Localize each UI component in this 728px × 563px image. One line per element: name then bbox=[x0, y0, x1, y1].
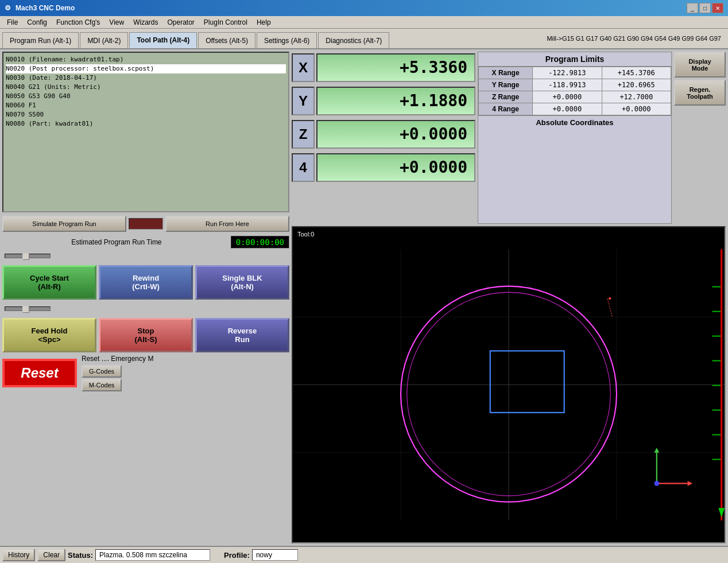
code-editor[interactable]: N0010 (Filename: kwadrat01.tap) N0020 (P… bbox=[2, 52, 289, 212]
svg-rect-8 bbox=[490, 351, 564, 412]
app-icon: ⚙ bbox=[5, 4, 11, 12]
display-mode-button[interactable]: Display Mode bbox=[674, 52, 726, 77]
coord-row-z: Z +0.0000 bbox=[292, 118, 475, 150]
profile-label: Profile: bbox=[224, 551, 250, 560]
menu-function-cfg[interactable]: Function Cfg's bbox=[52, 17, 104, 28]
minimize-button[interactable]: _ bbox=[687, 3, 698, 13]
code-line-3: N0030 (Date: 2018-04-17) bbox=[6, 73, 286, 83]
feed-hold-button[interactable]: Feed Hold <Spc> bbox=[2, 318, 96, 352]
coord-row-a: 4 +0.0000 bbox=[292, 152, 475, 183]
simulate-button[interactable]: Simulate Program Run bbox=[2, 216, 126, 232]
history-button[interactable]: History bbox=[2, 549, 35, 561]
z-range-min: +0.0000 bbox=[533, 91, 602, 103]
stop-button[interactable]: Stop (Alt-S) bbox=[99, 318, 193, 352]
speed-slider-thumb[interactable] bbox=[22, 306, 29, 313]
maximize-button[interactable]: □ bbox=[699, 3, 711, 13]
svg-marker-10 bbox=[688, 481, 693, 486]
limits-row-y: Y Range -118.9913 +120.6965 bbox=[479, 79, 671, 91]
code-buttons: G-Codes M-Codes bbox=[82, 365, 289, 391]
z-range-max: +12.7000 bbox=[602, 91, 671, 103]
tab-settings[interactable]: Settings (Alt-6) bbox=[257, 32, 317, 48]
svg-point-15 bbox=[609, 297, 611, 300]
limits-table: X Range -122.9813 +145.3706 Y Range -118… bbox=[478, 67, 671, 115]
reset-row: Reset Reset .... Emergency M G-Codes M-C… bbox=[2, 357, 289, 389]
rewind-button[interactable]: Rewind (Crtl-W) bbox=[99, 265, 193, 300]
feed-slider-thumb[interactable] bbox=[22, 253, 29, 260]
menu-help[interactable]: Help bbox=[252, 17, 276, 28]
side-buttons: Display Mode Regen. Toolpath bbox=[674, 52, 726, 224]
reverse-run-button[interactable]: Reverse Run bbox=[195, 318, 289, 352]
x-range-max: +145.3706 bbox=[602, 67, 671, 79]
menu-plugin[interactable]: PlugIn Control bbox=[199, 17, 252, 28]
menu-view[interactable]: View bbox=[104, 17, 129, 28]
tab-program-run[interactable]: Program Run (Alt-1) bbox=[2, 32, 79, 48]
menu-operator[interactable]: Operator bbox=[163, 17, 199, 28]
z-value: +0.0000 bbox=[316, 120, 475, 149]
status-label: Status: bbox=[68, 551, 93, 560]
z-range-label: Z Range bbox=[479, 91, 533, 103]
status-bar: History Clear Status: Plazma. 0.508 mm s… bbox=[0, 546, 728, 563]
speed-slider[interactable] bbox=[5, 306, 51, 311]
speed-slider-row bbox=[2, 304, 289, 313]
limits-row-a: 4 Range +0.0000 +0.0000 bbox=[479, 103, 671, 115]
toolpath-canvas: Tool:0 bbox=[292, 226, 726, 543]
menu-file[interactable]: File bbox=[2, 17, 22, 28]
mcodes-button[interactable]: M-Codes bbox=[82, 379, 122, 391]
y-value: +1.1880 bbox=[316, 87, 475, 115]
main-content: N0010 (Filename: kwadrat01.tap) N0020 (P… bbox=[0, 49, 728, 546]
x-range-label: X Range bbox=[479, 67, 533, 79]
title-text: Mach3 CNC Demo bbox=[16, 4, 75, 12]
profile-value: nowy bbox=[252, 549, 298, 561]
control-buttons-2: Feed Hold <Spc> Stop (Alt-S) Reverse Run bbox=[2, 316, 289, 355]
svg-marker-25 bbox=[718, 508, 725, 517]
estimated-time-value: 0:00:00:00 bbox=[231, 236, 289, 249]
single-blk-button[interactable]: Single BLK (Alt-N) bbox=[195, 265, 289, 300]
y-label: Y bbox=[292, 87, 315, 115]
limits-row-z: Z Range +0.0000 +12.7000 bbox=[479, 91, 671, 103]
tab-mdi[interactable]: MDI (Alt-2) bbox=[80, 32, 128, 48]
gcodes-button[interactable]: G-Codes bbox=[82, 365, 122, 378]
svg-point-13 bbox=[655, 481, 660, 486]
code-line-6: N0060 F1 bbox=[6, 101, 286, 110]
a-value: +0.0000 bbox=[316, 153, 475, 182]
code-line-1: N0010 (Filename: kwadrat01.tap) bbox=[6, 55, 286, 64]
estimated-time-label: Estimated Program Run Time bbox=[2, 238, 231, 246]
limits-panel: Program Limits X Range -122.9813 +145.37… bbox=[478, 52, 672, 224]
progress-bar bbox=[129, 218, 163, 230]
y-range-max: +120.6965 bbox=[602, 79, 671, 91]
coord-row-y: Y +1.1880 bbox=[292, 85, 475, 117]
cycle-start-button[interactable]: Cycle Start (Alt-R) bbox=[2, 265, 96, 300]
coordinates-panel: X +5.3360 Y +1.1880 Z +0.0000 4 +0.0000 bbox=[292, 52, 475, 224]
tab-offsets[interactable]: Offsets (Alt-5) bbox=[198, 32, 255, 48]
limits-row-x: X Range -122.9813 +145.3706 bbox=[479, 67, 671, 79]
tab-diagnostics[interactable]: Diagnostics (Alt-7) bbox=[318, 32, 389, 48]
code-line-5: N0050 G53 G90 G40 bbox=[6, 92, 286, 101]
title-bar: ⚙ Mach3 CNC Demo _ □ ✕ bbox=[0, 0, 728, 16]
tab-tool-path[interactable]: Tool Path (Alt-4) bbox=[129, 32, 197, 48]
code-line-8: N0080 (Part: kwadrat01) bbox=[6, 119, 286, 129]
left-panel: N0010 (Filename: kwadrat01.tap) N0020 (P… bbox=[2, 52, 289, 543]
menu-config[interactable]: Config bbox=[22, 17, 52, 28]
close-button[interactable]: ✕ bbox=[712, 3, 723, 13]
tab-bar: Program Run (Alt-1) MDI (Alt-2) Tool Pat… bbox=[0, 29, 728, 49]
simulate-row: Simulate Program Run Run From Here bbox=[2, 215, 289, 233]
clear-button[interactable]: Clear bbox=[37, 549, 65, 561]
feed-slider-row bbox=[2, 251, 289, 261]
feed-slider[interactable] bbox=[5, 254, 51, 258]
menu-bar: File Config Function Cfg's View Wizards … bbox=[0, 16, 728, 29]
regen-toolpath-button[interactable]: Regen. Toolpath bbox=[674, 80, 726, 106]
window-controls: _ □ ✕ bbox=[687, 3, 723, 13]
tab-status-text: Mill->G15 G1 G17 G40 G21 G90 G94 G54 G49… bbox=[542, 33, 726, 44]
right-panel: X +5.3360 Y +1.1880 Z +0.0000 4 +0.0000 bbox=[292, 52, 726, 543]
status-text: Plazma. 0.508 mm szczelina bbox=[95, 549, 210, 561]
svg-marker-12 bbox=[655, 448, 660, 453]
a-range-min: +0.0000 bbox=[533, 103, 602, 115]
top-right-panel: X +5.3360 Y +1.1880 Z +0.0000 4 +0.0000 bbox=[292, 52, 726, 224]
coord-row-x: X +5.3360 bbox=[292, 52, 475, 83]
run-from-button[interactable]: Run From Here bbox=[165, 216, 289, 232]
menu-wizards[interactable]: Wizards bbox=[129, 17, 162, 28]
reset-button[interactable]: Reset bbox=[2, 359, 77, 387]
z-label: Z bbox=[292, 120, 315, 149]
a-range-label: 4 Range bbox=[479, 103, 533, 115]
y-range-label: Y Range bbox=[479, 79, 533, 91]
